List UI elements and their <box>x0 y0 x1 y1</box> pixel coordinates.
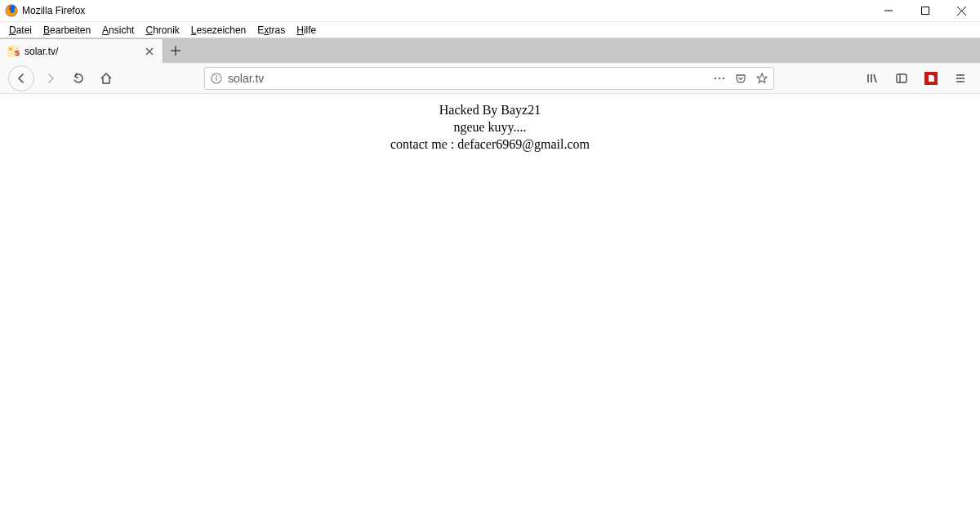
sidebar-button[interactable] <box>890 67 913 90</box>
svg-point-13 <box>216 75 217 77</box>
tab-close-icon[interactable] <box>143 45 156 58</box>
tab-bar: S solar.tv/ <box>0 38 980 63</box>
browser-tab[interactable]: S solar.tv/ <box>0 38 163 63</box>
page-content: Hacked By Bayz21 ngeue kuyy.... contact … <box>0 94 980 153</box>
svg-rect-2 <box>921 7 929 15</box>
svg-point-17 <box>723 77 725 79</box>
svg-rect-21 <box>897 74 906 82</box>
window-controls <box>870 0 980 21</box>
menu-button[interactable] <box>949 67 972 90</box>
menu-bar: Datei Bearbeiten Ansicht Chronik Lesezei… <box>0 22 980 38</box>
url-text: solar.tv <box>228 72 708 85</box>
menu-chronik[interactable]: Chronik <box>140 23 185 38</box>
pdf-extension-icon[interactable] <box>920 67 942 90</box>
page-actions-icon[interactable] <box>713 72 726 85</box>
url-bar[interactable]: solar.tv <box>204 67 774 90</box>
menu-datei[interactable]: Datei <box>3 23 38 38</box>
svg-text:S: S <box>15 49 20 57</box>
maximize-button[interactable] <box>906 0 943 21</box>
menu-bearbeiten[interactable]: Bearbeiten <box>38 23 96 38</box>
svg-line-20 <box>874 74 876 82</box>
site-info-icon[interactable] <box>210 72 223 85</box>
window-title: Mozilla Firefox <box>22 5 85 16</box>
content-line-2: ngeue kuyy.... <box>0 119 980 136</box>
menu-lesezeichen[interactable]: Lesezeichen <box>185 23 252 38</box>
tab-title: solar.tv/ <box>24 46 138 57</box>
content-line-3: contact me : defacer6969@gmail.com <box>0 136 980 153</box>
toolbar-right <box>861 67 972 90</box>
menu-extras[interactable]: Extras <box>252 23 291 38</box>
new-tab-button[interactable] <box>163 38 188 63</box>
menu-hilfe[interactable]: Hilfe <box>291 23 322 38</box>
back-button[interactable] <box>8 65 34 91</box>
svg-point-16 <box>719 77 721 79</box>
reload-button[interactable] <box>67 67 90 90</box>
pocket-icon[interactable] <box>734 72 747 85</box>
svg-point-15 <box>715 77 717 79</box>
window-titlebar: Mozilla Firefox <box>0 0 980 22</box>
library-button[interactable] <box>861 67 884 90</box>
minimize-button[interactable] <box>870 0 906 21</box>
close-button[interactable] <box>943 0 980 21</box>
svg-point-6 <box>9 47 12 51</box>
home-button[interactable] <box>95 67 118 90</box>
urlbar-actions <box>713 72 768 85</box>
firefox-icon <box>5 4 18 17</box>
menu-ansicht[interactable]: Ansicht <box>96 23 140 38</box>
content-line-1: Hacked By Bayz21 <box>0 102 980 119</box>
forward-button[interactable] <box>39 67 62 90</box>
navigation-bar: solar.tv <box>0 63 980 94</box>
tab-favicon-icon: S <box>7 45 20 58</box>
titlebar-left: Mozilla Firefox <box>5 4 85 17</box>
bookmark-star-icon[interactable] <box>755 72 768 85</box>
